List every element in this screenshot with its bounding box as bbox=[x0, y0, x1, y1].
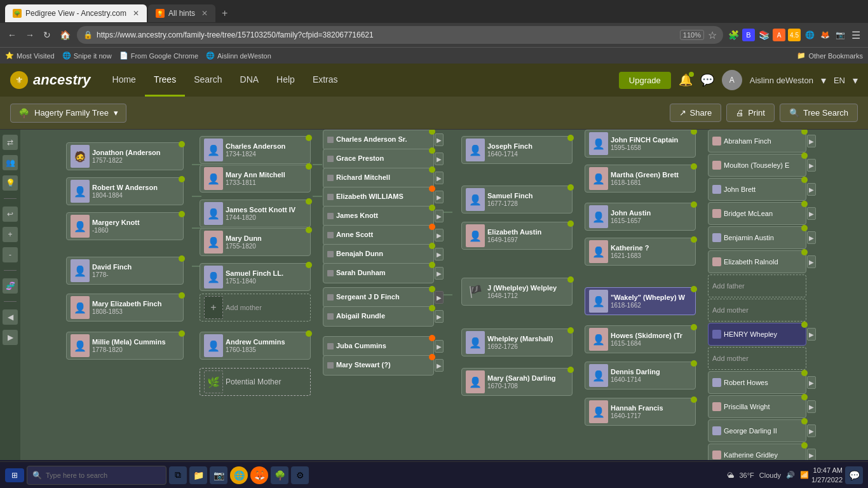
person-card-elizabeth-austin[interactable]: 👤 Elizabeth Austin 1649-1697 bbox=[461, 222, 573, 250]
nav-arrow-charles-sr[interactable]: ▶ bbox=[435, 133, 444, 146]
nav-arrow-bridget-mclean[interactable]: ▶ bbox=[807, 207, 816, 220]
person-card-howes[interactable]: 👤 Howes (Skidmore) (Tr 1615-1684 bbox=[585, 325, 696, 353]
person-card-john-brett[interactable]: John Brett ▶ bbox=[708, 178, 806, 201]
nav-arrow-anne-scott[interactable]: ▶ bbox=[435, 229, 444, 241]
menu-button[interactable]: ☰ bbox=[849, 27, 863, 44]
nav-arrow-juba-cummins[interactable]: ▶ bbox=[435, 340, 444, 353]
person-card-abraham-finch[interactable]: Abraham Finch ▶ bbox=[708, 130, 806, 152]
tree-name-button[interactable]: 🌳 Hagerty Family Tree ▾ bbox=[10, 104, 126, 123]
person-card-samuel-finch[interactable]: 👤 Samuel Finch 1677-1728 bbox=[461, 186, 573, 214]
nav-arrow-robert-howes[interactable]: ▶ bbox=[807, 376, 816, 389]
taskbar-chrome[interactable]: 🌐 bbox=[230, 466, 248, 484]
forward-button[interactable]: → bbox=[23, 27, 37, 43]
taskbar-ancestry[interactable]: 🌳 bbox=[271, 466, 288, 484]
person-card-elizabeth-ralnold[interactable]: Elizabeth Ralnold ▶ bbox=[708, 250, 806, 273]
tool-scroll-left[interactable]: ◀ bbox=[3, 309, 18, 325]
new-tab-button[interactable]: + bbox=[217, 8, 233, 19]
person-card-add-father-6[interactable]: Add father bbox=[708, 274, 806, 297]
nav-arrow-abraham-finch[interactable]: ▶ bbox=[807, 135, 816, 147]
bookmark-snipe[interactable]: 🌐 Snipe it now bbox=[62, 51, 112, 60]
person-card-samuel-finch-ll[interactable]: 👤 Samuel Finch LL. 1751-1840 bbox=[200, 263, 311, 291]
tab-close-hints[interactable]: ✕ bbox=[201, 9, 208, 18]
nav-arrow-richard-mitchell[interactable]: ▶ bbox=[435, 172, 444, 184]
person-card-hannah-francis[interactable]: 👤 Hannah Francis 1640-1717 bbox=[585, 398, 696, 426]
tool-scroll-right[interactable]: ▶ bbox=[3, 330, 18, 345]
person-card-james-knott[interactable]: James Knott ▶ bbox=[323, 206, 434, 226]
person-card-j-whelpley[interactable]: 🏴 J (Whelpley) Welpley 1648-1712 bbox=[461, 278, 573, 306]
person-card-priscilla-wright[interactable]: Priscilla Wright ▶ bbox=[708, 395, 806, 418]
person-card-benjamin-austin[interactable]: Benjamin Austin ▶ bbox=[708, 226, 806, 249]
person-card-sarah-dunham[interactable]: Sarah Dunham ▶ bbox=[323, 263, 434, 283]
lang-button[interactable]: EN bbox=[834, 76, 845, 85]
taskbar-camera[interactable]: 📷 bbox=[210, 466, 227, 484]
nav-arrow-george-darling[interactable]: ▶ bbox=[807, 424, 816, 437]
person-card-wakely[interactable]: 👤 "Wakely" (Whepley) W 1618-1662 bbox=[585, 287, 696, 315]
taskbar-firefox[interactable]: 🦊 bbox=[250, 466, 268, 484]
back-button[interactable]: ← bbox=[5, 27, 19, 43]
person-card-robert[interactable]: 👤 Robert W Anderson 1804-1884 bbox=[66, 177, 184, 205]
person-card-anne-scott[interactable]: Anne Scott ▶ bbox=[323, 225, 434, 245]
tool-hints[interactable]: 💡 bbox=[3, 175, 18, 191]
tree-search-button[interactable]: 🔍 Tree Search bbox=[780, 104, 858, 122]
person-card-robert-howes[interactable]: Robert Howes ▶ bbox=[708, 371, 806, 394]
nav-arrow-katherine-gridley[interactable]: ▶ bbox=[807, 449, 816, 460]
tab-hints[interactable]: 💡 All hints ✕ bbox=[148, 4, 215, 22]
person-card-mary-e[interactable]: 👤 Mary Elizabeth Finch 1808-1853 bbox=[66, 294, 184, 322]
person-card-juba-cummins[interactable]: Juba Cummins ▶ bbox=[323, 336, 434, 356]
person-card-add-mother-2[interactable]: + Add mother bbox=[200, 294, 311, 322]
nav-arrow-henry-whepley[interactable]: ▶ bbox=[807, 328, 816, 341]
taskbar-settings[interactable]: ⚙ bbox=[291, 466, 309, 484]
tab-pedigree[interactable]: 🌳 Pedigree View - Ancestry.com ✕ bbox=[5, 4, 147, 22]
person-card-mary-darling[interactable]: 👤 Mary (Sarah) Darling 1670-1708 bbox=[461, 368, 573, 396]
nav-link-trees[interactable]: Trees bbox=[145, 64, 185, 97]
nav-arrow-moulton[interactable]: ▶ bbox=[807, 159, 816, 172]
tool-dna[interactable]: 🧬 bbox=[3, 278, 18, 294]
nav-arrow-john-brett[interactable]: ▶ bbox=[807, 183, 816, 196]
person-card-sergeant-jd[interactable]: Sergeant J D Finch ▶ bbox=[323, 287, 434, 308]
refresh-button[interactable]: ↻ bbox=[41, 27, 53, 43]
nav-arrow-sergeant-jd[interactable]: ▶ bbox=[435, 291, 444, 304]
bookmark-google-chrome[interactable]: 📄 From Google Chrome bbox=[119, 51, 198, 60]
nav-arrow-mary-stewart[interactable]: ▶ bbox=[435, 359, 444, 372]
nav-link-home[interactable]: Home bbox=[104, 64, 145, 97]
person-card-james-scott[interactable]: 👤 James Scott Knott IV 1744-1820 bbox=[200, 200, 311, 227]
notifications-button[interactable]: 🔔 bbox=[679, 73, 693, 87]
address-bar[interactable]: 🔒 https://www.ancestry.com/family-tree/t… bbox=[77, 26, 723, 44]
nav-arrow-elizabeth-williams[interactable]: ▶ bbox=[435, 191, 444, 203]
person-card-bridget-mclean[interactable]: Bridget McLean ▶ bbox=[708, 202, 806, 225]
taskbar-explorer[interactable]: 📁 bbox=[189, 466, 207, 484]
share-button[interactable]: ↗ Share bbox=[670, 104, 722, 122]
person-card-margery[interactable]: 👤 Margery Knott -1860 bbox=[66, 212, 184, 240]
person-card-benajah-dunn[interactable]: Benajah Dunn ▶ bbox=[323, 244, 434, 264]
nav-link-help[interactable]: Help bbox=[268, 64, 304, 97]
bookmark-most-visited[interactable]: ⭐ Most Visited bbox=[5, 51, 55, 60]
print-button[interactable]: 🖨 Print bbox=[726, 104, 775, 122]
person-card-abigail-rundle[interactable]: Abigail Rundle ▶ bbox=[323, 306, 434, 327]
nav-arrow-sarah-dunham[interactable]: ▶ bbox=[435, 267, 444, 280]
nav-arrow-james-knott[interactable]: ▶ bbox=[435, 210, 444, 222]
person-card-andrew[interactable]: 👤 Andrew Cummins 1760-1835 bbox=[200, 332, 311, 360]
person-card-mary-stewart[interactable]: Mary Stewart (?) ▶ bbox=[323, 355, 434, 376]
nav-link-search[interactable]: Search bbox=[185, 64, 231, 97]
person-card-whelpley-marshall[interactable]: 👤 Whelpley (Marshall) 1692-1726 bbox=[461, 329, 573, 356]
person-card-katherine[interactable]: 👤 Katherine ? 1621-1683 bbox=[585, 238, 696, 266]
tool-person[interactable]: 👥 bbox=[3, 155, 18, 170]
nav-arrow-benajah-dunn[interactable]: ▶ bbox=[435, 248, 444, 261]
tool-zoom-in[interactable]: + bbox=[3, 227, 18, 242]
person-card-charles-sr[interactable]: Charles Anderson Sr. ▶ bbox=[323, 130, 434, 150]
person-card-grace-preston[interactable]: Grace Preston ▶ bbox=[323, 149, 434, 169]
tool-zoom-out[interactable]: - bbox=[3, 247, 18, 262]
task-view-button[interactable]: ⧉ bbox=[169, 466, 187, 484]
messages-button[interactable]: 💬 bbox=[700, 73, 714, 87]
tool-share[interactable]: ⇄ bbox=[3, 135, 18, 150]
nav-arrow-benjamin-austin[interactable]: ▶ bbox=[807, 231, 816, 244]
taskbar-search-input[interactable] bbox=[46, 471, 161, 479]
person-card-george-darling[interactable]: George Darling II ▶ bbox=[708, 419, 806, 442]
person-card-martha-green[interactable]: 👤 Martha (Green) Brett 1618-1681 bbox=[585, 165, 696, 193]
person-card-richard-mitchell[interactable]: Richard Mitchell ▶ bbox=[323, 168, 434, 188]
bookmark-star[interactable]: ☆ bbox=[708, 29, 717, 41]
user-dropdown-icon[interactable]: ▾ bbox=[821, 74, 826, 86]
person-card-david[interactable]: 👤 David Finch 1778- bbox=[66, 257, 184, 285]
tool-history[interactable]: ↩ bbox=[3, 207, 18, 222]
bookmark-aislinn[interactable]: 🌐 Aislinn deWeston bbox=[206, 51, 271, 60]
